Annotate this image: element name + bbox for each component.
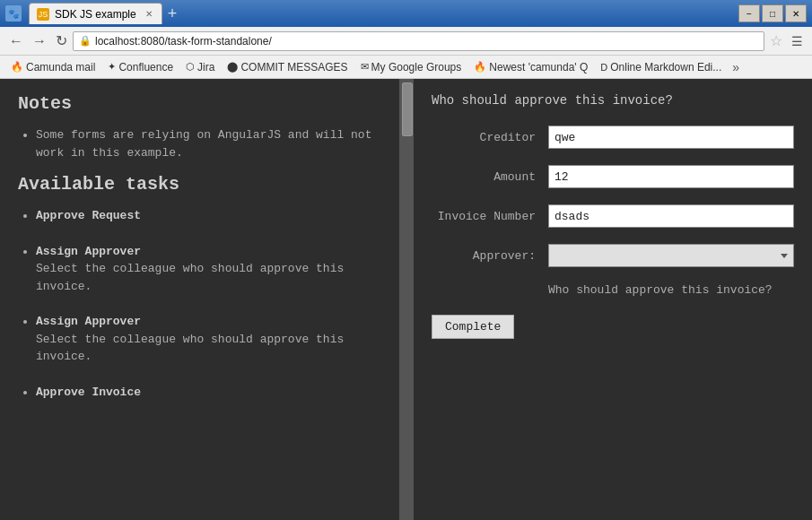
bookmark-confluence-label: Confluence bbox=[118, 61, 173, 74]
approver-select[interactable] bbox=[548, 244, 794, 267]
bookmark-camunda[interactable]: 🔥 Camunda mail bbox=[5, 59, 100, 75]
bookmarks-more-button[interactable]: » bbox=[729, 60, 743, 74]
minimize-button[interactable]: − bbox=[738, 4, 760, 22]
task-item-approve-request[interactable]: Approve Request bbox=[18, 207, 381, 225]
notes-list: Some forms are relying on AngularJS and … bbox=[18, 126, 381, 161]
left-panel-scrollbar[interactable] bbox=[401, 79, 414, 520]
bookmark-markdown[interactable]: D Online Markdown Edi... bbox=[595, 59, 727, 75]
creditor-row: Creditor bbox=[432, 126, 794, 149]
confluence-icon: ✦ bbox=[108, 61, 116, 73]
address-text: localhost:8080/task-form-standalone/ bbox=[95, 35, 272, 48]
address-bar[interactable]: 🔒 localhost:8080/task-form-standalone/ bbox=[73, 31, 764, 51]
browser-icon: 🐾 bbox=[5, 5, 22, 22]
complete-button[interactable]: Complete bbox=[432, 315, 514, 339]
task-desc-assign-approver-2: Select the colleague who should approve … bbox=[36, 331, 381, 366]
browser-menu-button[interactable]: ☰ bbox=[788, 34, 807, 48]
maximize-button[interactable]: □ bbox=[762, 4, 783, 22]
amount-row: Amount bbox=[432, 165, 794, 188]
creditor-input[interactable] bbox=[548, 126, 794, 149]
bookmark-confluence[interactable]: ✦ Confluence bbox=[102, 59, 179, 75]
task-title-assign-approver-1: Assign Approver bbox=[36, 245, 141, 258]
approver-hint: Who should approve this invoice? bbox=[432, 283, 794, 297]
window-controls: − □ ✕ bbox=[738, 4, 807, 22]
task-desc-assign-approver-1: Select the colleague who should approve … bbox=[36, 260, 381, 295]
tab-list: JS SDK JS example ✕ + bbox=[29, 3, 182, 24]
google-groups-icon: ✉ bbox=[361, 61, 369, 73]
invoice-number-label: Invoice Number bbox=[432, 210, 548, 223]
notes-title: Notes bbox=[18, 93, 381, 114]
bookmark-jira[interactable]: ⬡ Jira bbox=[180, 59, 220, 75]
title-bar-left: 🐾 JS SDK JS example ✕ + bbox=[5, 3, 182, 24]
approver-row: Approver: bbox=[432, 244, 794, 267]
bookmark-markdown-label: Online Markdown Edi... bbox=[610, 61, 721, 74]
invoice-number-input[interactable] bbox=[548, 204, 794, 228]
tasks-title: Available tasks bbox=[18, 174, 381, 195]
new-tab-button[interactable]: + bbox=[162, 3, 183, 24]
title-bar: 🐾 JS SDK JS example ✕ + − □ ✕ bbox=[0, 0, 812, 27]
commit-icon: ⬤ bbox=[227, 61, 238, 73]
creditor-label: Creditor bbox=[432, 131, 548, 144]
tab-close-button[interactable]: ✕ bbox=[145, 9, 153, 19]
tab-title: SDK JS example bbox=[55, 8, 136, 21]
back-button[interactable]: ← bbox=[5, 31, 27, 51]
form-title: Who should approve this invoice? bbox=[432, 93, 794, 108]
address-lock-icon: 🔒 bbox=[79, 35, 92, 47]
nav-bar: ← → ↻ 🔒 localhost:8080/task-form-standal… bbox=[0, 27, 812, 56]
bookmark-commit-label: COMMIT MESSAGES bbox=[240, 61, 347, 74]
bookmarks-bar: 🔥 Camunda mail ✦ Confluence ⬡ Jira ⬤ COM… bbox=[0, 56, 812, 79]
task-title-assign-approver-2: Assign Approver bbox=[36, 315, 141, 328]
forward-button[interactable]: → bbox=[29, 31, 50, 51]
amount-label: Amount bbox=[432, 170, 548, 184]
main-content: Notes Some forms are relying on AngularJ… bbox=[0, 79, 812, 520]
camunda-q-icon: 🔥 bbox=[474, 61, 486, 73]
close-button[interactable]: ✕ bbox=[785, 4, 807, 22]
camunda-icon: 🔥 bbox=[11, 61, 23, 73]
task-item-assign-approver-1[interactable]: Assign Approver Select the colleague who… bbox=[18, 243, 381, 296]
bookmark-commit[interactable]: ⬤ COMMIT MESSAGES bbox=[222, 59, 353, 75]
refresh-button[interactable]: ↻ bbox=[52, 30, 71, 51]
bookmark-camunda-q-label: Newest 'camunda' Q bbox=[489, 61, 588, 74]
task-title-approve-request: Approve Request bbox=[36, 209, 141, 222]
bookmark-google-groups-label: My Google Groups bbox=[371, 61, 462, 74]
task-item-approve-invoice[interactable]: Approve Invoice bbox=[18, 384, 381, 402]
scroll-thumb[interactable] bbox=[402, 82, 413, 136]
task-item-assign-approver-2[interactable]: Assign Approver Select the colleague who… bbox=[18, 313, 381, 366]
jira-icon: ⬡ bbox=[186, 61, 195, 73]
active-tab[interactable]: JS SDK JS example ✕ bbox=[29, 3, 162, 24]
invoice-number-row: Invoice Number bbox=[432, 204, 794, 228]
bookmark-jira-label: Jira bbox=[197, 61, 214, 74]
notes-item-0: Some forms are relying on AngularJS and … bbox=[36, 126, 381, 161]
approver-label: Approver: bbox=[432, 249, 548, 263]
markdown-icon: D bbox=[600, 62, 607, 73]
bookmark-camunda-label: Camunda mail bbox=[26, 61, 95, 74]
amount-input[interactable] bbox=[548, 165, 794, 188]
tab-favicon: JS bbox=[37, 8, 49, 21]
bookmark-star-button[interactable]: ☆ bbox=[766, 32, 786, 49]
bookmark-google-groups[interactable]: ✉ My Google Groups bbox=[355, 59, 467, 75]
bookmark-camunda-q[interactable]: 🔥 Newest 'camunda' Q bbox=[468, 59, 593, 75]
left-panel: Notes Some forms are relying on AngularJ… bbox=[0, 79, 401, 520]
task-title-approve-invoice: Approve Invoice bbox=[36, 386, 141, 399]
right-panel: Who should approve this invoice? Credito… bbox=[414, 79, 812, 520]
